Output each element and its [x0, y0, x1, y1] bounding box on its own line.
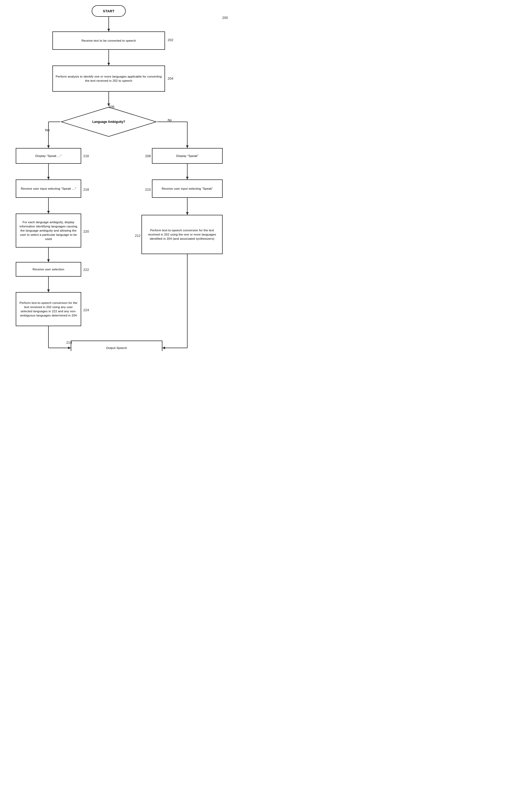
- ref-222: 222: [83, 268, 89, 272]
- ref-200: 200: [222, 16, 228, 20]
- svg-marker-16: [47, 211, 50, 214]
- node-212: Perform text-to-speech conversion for th…: [141, 215, 223, 254]
- svg-marker-18: [47, 259, 50, 262]
- svg-marker-4: [107, 63, 110, 65]
- node-222: Receive user selection: [16, 262, 81, 277]
- ref-210: 210: [145, 188, 151, 192]
- yes-label: Yes: [44, 129, 50, 132]
- svg-marker-2: [107, 29, 110, 32]
- node-216: Display “Speak …”: [16, 148, 81, 164]
- ref-208: 208: [145, 154, 151, 158]
- svg-marker-30: [162, 347, 165, 349]
- ref-206: 206: [109, 105, 115, 109]
- node-220: For each language ambiguity, display inf…: [16, 214, 81, 248]
- node-218: Receive user input selecting “Speak …”: [16, 179, 81, 198]
- svg-marker-9: [47, 145, 50, 148]
- svg-marker-25: [186, 177, 189, 179]
- flowchart-diagram: 200 START Receive text to be converted t…: [0, 0, 236, 351]
- svg-marker-14: [47, 177, 50, 179]
- node-206: Language Ambiguity?: [60, 106, 157, 138]
- no-label: No: [168, 118, 172, 122]
- svg-marker-20: [47, 290, 50, 292]
- ref-202: 202: [168, 38, 173, 42]
- ref-216: 216: [83, 154, 89, 158]
- node-202: Receive text to be converted to speech: [53, 32, 165, 50]
- ref-220: 220: [83, 230, 89, 233]
- svg-marker-23: [68, 347, 71, 349]
- svg-marker-12: [186, 145, 189, 148]
- node-208: Display “Speak”: [152, 148, 223, 164]
- node-214: Output Speech: [71, 340, 162, 351]
- start-terminal: START: [92, 5, 126, 17]
- ref-214: 214: [66, 340, 72, 344]
- node-210: Receive user input selecting “Speak”: [152, 179, 223, 198]
- ref-224: 224: [83, 308, 89, 312]
- ref-212: 212: [135, 234, 141, 238]
- svg-marker-27: [186, 212, 189, 215]
- node-204: Perform analysis to identify one or more…: [53, 65, 165, 92]
- ref-204: 204: [168, 77, 173, 80]
- node-224: Perform text-to-speech conversion for th…: [16, 292, 81, 326]
- ref-218: 218: [83, 188, 89, 192]
